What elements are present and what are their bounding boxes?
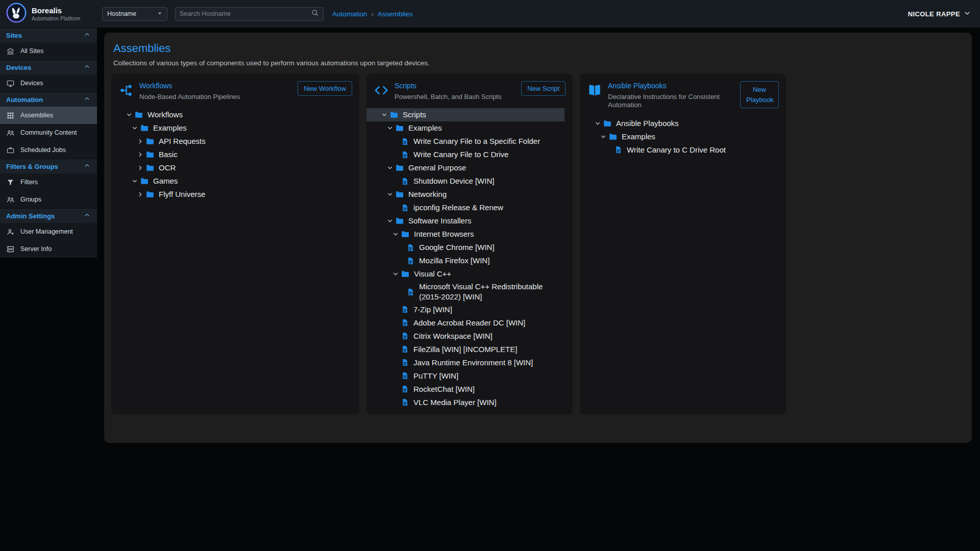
chevron-down-icon[interactable] <box>385 124 395 132</box>
sidebar-section-label: Sites <box>6 32 22 39</box>
sidebar-item-groups[interactable]: Groups <box>0 191 97 208</box>
chevron-down-icon[interactable] <box>390 230 401 238</box>
file-icon <box>401 305 409 314</box>
file-icon <box>401 345 409 354</box>
chevron-down-icon[interactable] <box>130 124 140 132</box>
panel-title-scripts[interactable]: Scripts <box>395 82 416 90</box>
sidebar-item-scheduled-jobs[interactable]: Scheduled Jobs <box>0 141 97 159</box>
sidebar-item-user-management[interactable]: User Management <box>0 223 97 240</box>
tree-file-vlc-media-player-win[interactable]: VLC Media Player [WIN] <box>366 396 565 409</box>
tree-folder-examples[interactable]: Examples <box>580 130 778 143</box>
chevron-up-icon <box>83 95 91 105</box>
panel-title-playbooks[interactable]: Ansible Playbooks <box>608 82 666 90</box>
tree-file-mozilla-firefox-win[interactable]: Mozilla Firefox [WIN] <box>366 254 565 267</box>
chevron-down-icon[interactable] <box>385 164 395 172</box>
tree-file-write-canary-file-to-a-specific-folder[interactable]: Write Canary File to a Specific Folder <box>366 135 565 148</box>
sidebar-section-label: Admin Settings <box>6 212 55 220</box>
search-icon[interactable] <box>311 9 319 19</box>
sidebar-section-label: Automation <box>6 96 43 104</box>
folder-icon <box>134 110 143 119</box>
sidebar-item-devices[interactable]: Devices <box>0 74 97 92</box>
tree-file-putty-win[interactable]: PuTTY [WIN] <box>366 369 565 383</box>
breadcrumb-automation[interactable]: Automation <box>332 10 367 18</box>
tree-item-label: Java Runtime Environment 8 [WIN] <box>413 357 533 369</box>
tree-folder-api-requests[interactable]: API Requests <box>111 135 351 148</box>
tree-file-google-chrome-win[interactable]: Google Chrome [WIN] <box>366 241 565 254</box>
panel-scripts: ScriptsPowershell, Batch, and Bash Scrip… <box>366 74 573 414</box>
panel-subtitle: Declarative Instructions for Consistent … <box>608 93 730 110</box>
new-script-button[interactable]: New Script <box>521 81 566 96</box>
chevron-down-icon[interactable] <box>124 111 134 119</box>
tree-file-java-runtime-environment-8-win[interactable]: Java Runtime Environment 8 [WIN] <box>366 356 565 369</box>
sidebar-item-label: Assemblies <box>20 112 53 119</box>
panel-header: Ansible PlaybooksDeclarative Instruction… <box>580 74 786 114</box>
chevron-down-icon[interactable] <box>593 119 603 128</box>
sidebar-section-admin-settings[interactable]: Admin Settings <box>0 208 97 223</box>
chevron-right-icon[interactable] <box>135 137 145 145</box>
tree-file-shutdown-device-win[interactable]: Shutdown Device [WIN] <box>366 174 565 188</box>
tree-file-filezilla-win-incomplete[interactable]: FileZilla [WIN] [INCOMPLETE] <box>366 343 565 356</box>
tree-file-7-zip-win[interactable]: 7-Zip [WIN] <box>366 303 565 316</box>
tree-item-label: Internet Browsers <box>414 228 474 240</box>
sidebar-section-filters-groups[interactable]: Filters & Groups <box>0 159 97 173</box>
tree-file-ipconfig-release-renew[interactable]: ipconfig Release & Renew <box>366 201 565 214</box>
tree-folder-games[interactable]: Games <box>111 174 351 188</box>
tree-folder-examples[interactable]: Examples <box>366 121 565 135</box>
tree-item-label: Mozilla Firefox [WIN] <box>419 255 489 267</box>
file-icon <box>401 332 409 340</box>
chevron-down-icon[interactable] <box>379 111 389 119</box>
tree-item-label: Ansible Playbooks <box>616 117 679 130</box>
tree-folder-scripts[interactable]: Scripts <box>366 108 565 121</box>
sidebar-section-devices[interactable]: Devices <box>0 60 97 74</box>
chevron-down-icon[interactable] <box>598 133 608 141</box>
sidebar-item-server-info[interactable]: Server Info <box>0 240 97 258</box>
tree-folder-software-installers[interactable]: Software Installers <box>366 214 565 228</box>
tree-folder-basic[interactable]: Basic <box>111 148 351 161</box>
tree-item-label: 7-Zip [WIN] <box>413 304 452 316</box>
panel-title-workflows[interactable]: Workflows <box>139 82 172 90</box>
workflow-icon <box>118 83 134 98</box>
tree-file-write-canary-file-to-c-drive[interactable]: Write Canary File to C Drive <box>366 148 565 161</box>
tree-file-rocketchat-win[interactable]: RocketChat [WIN] <box>366 383 565 396</box>
folder-icon <box>401 230 410 239</box>
sidebar-item-all-sites[interactable]: All Sites <box>0 42 97 60</box>
new-playbook-button[interactable]: New Playbook <box>740 81 779 108</box>
chevron-down-icon[interactable] <box>390 270 401 278</box>
chevron-down-icon[interactable] <box>385 190 395 198</box>
chevron-right-icon[interactable] <box>135 190 145 198</box>
tree-folder-flyff-universe[interactable]: Flyff Universe <box>111 188 351 201</box>
sidebar-section-sites[interactable]: Sites <box>0 28 97 42</box>
sidebar-item-community-content[interactable]: Community Content <box>0 124 97 141</box>
tree-folder-ansible-playbooks[interactable]: Ansible Playbooks <box>580 117 778 130</box>
tree-file-microsoft-visual-c-redistributable-2015-2022-win[interactable]: Microsoft Visual C++ Redistributable (20… <box>366 281 565 303</box>
file-icon <box>401 204 409 212</box>
hostname-select[interactable]: Hostname <box>102 7 167 21</box>
tree-item-label: Games <box>153 175 178 187</box>
tree-file-adobe-acrobat-reader-dc-win[interactable]: Adobe Acrobat Reader DC [WIN] <box>366 316 565 330</box>
folder-icon <box>145 137 155 146</box>
panels: WorkflowsNode-Based Automation Pipelines… <box>111 74 965 414</box>
user-menu[interactable]: NICOLE RAPPE <box>908 9 972 19</box>
tree-file-write-canary-to-c-drive-root[interactable]: Write Canary to C Drive Root <box>580 143 778 157</box>
panel-titles: ScriptsPowershell, Batch, and Bash Scrip… <box>395 81 502 101</box>
sidebar-item-filters[interactable]: Filters <box>0 173 97 191</box>
chevron-down-icon[interactable] <box>130 177 140 185</box>
tree-folder-workflows[interactable]: Workflows <box>111 108 351 121</box>
tree-folder-examples[interactable]: Examples <box>111 121 351 135</box>
tree-folder-internet-browsers[interactable]: Internet Browsers <box>366 228 565 241</box>
breadcrumb-assemblies[interactable]: Assemblies <box>378 10 413 18</box>
chevron-right-icon[interactable] <box>135 164 145 172</box>
sidebar-item-label: Community Content <box>20 129 77 136</box>
tree-file-citrix-workspace-win[interactable]: Citrix Workspace [WIN] <box>366 330 565 343</box>
tree-folder-networking[interactable]: Networking <box>366 188 565 201</box>
tree-folder-visual-c[interactable]: Visual C++ <box>366 267 565 281</box>
tree-folder-general-purpose[interactable]: General Purpose <box>366 161 565 174</box>
sidebar-item-assemblies[interactable]: Assemblies <box>0 107 97 124</box>
sidebar-section-automation[interactable]: Automation <box>0 92 97 107</box>
chevron-down-icon[interactable] <box>385 217 395 225</box>
search-input[interactable] <box>180 10 311 17</box>
folder-icon <box>145 150 155 159</box>
new-workflow-button[interactable]: New Workflow <box>298 81 352 96</box>
tree-folder-ocr[interactable]: OCR <box>111 161 351 174</box>
chevron-right-icon[interactable] <box>135 151 145 159</box>
